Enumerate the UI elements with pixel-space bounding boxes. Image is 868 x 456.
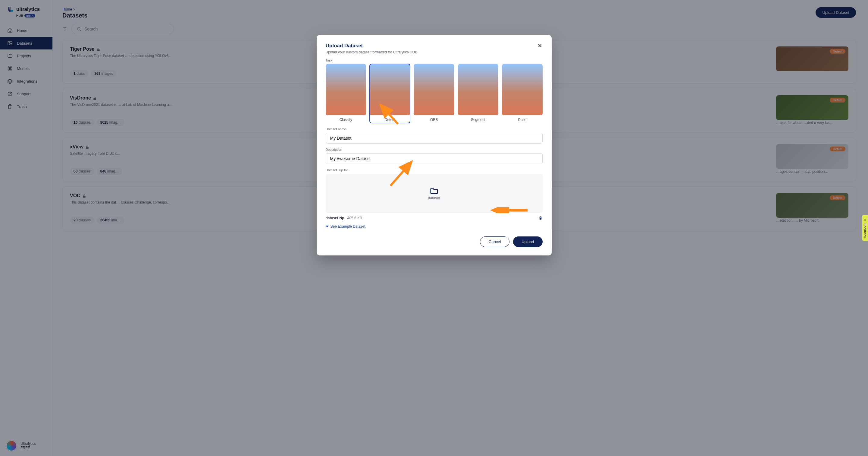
folder-icon — [430, 187, 439, 194]
zone-label: dataset — [428, 196, 440, 200]
upload-button[interactable]: Upload — [513, 236, 542, 247]
task-option-classify[interactable]: Classify — [326, 64, 366, 123]
modal-title: Upload Dataset — [326, 43, 417, 49]
task-option-segment[interactable]: Segment — [458, 64, 498, 123]
task-thumb — [370, 64, 410, 115]
desc-label: Description — [326, 148, 542, 151]
upload-modal: Upload Dataset Upload your custom datase… — [317, 35, 552, 255]
dropzone[interactable]: dataset — [326, 174, 542, 213]
task-option-obb[interactable]: OBB — [414, 64, 454, 123]
name-label: Dataset name — [326, 127, 542, 131]
dataset-desc-input[interactable] — [326, 153, 542, 164]
zip-label: Dataset .zip file — [326, 168, 542, 172]
delete-file-icon[interactable] — [538, 216, 542, 220]
close-icon[interactable] — [537, 43, 542, 48]
see-example-link[interactable]: See Example Dataset — [326, 224, 542, 229]
task-option-detect[interactable]: Detect — [370, 64, 410, 123]
task-label: OBB — [414, 115, 454, 123]
task-label: Classify — [326, 115, 366, 123]
modal-subtitle: Upload your custom dataset formatted for… — [326, 50, 417, 54]
task-option-pose[interactable]: Pose — [502, 64, 542, 123]
file-name: dataset.zip — [326, 216, 344, 220]
task-label: Task — [326, 58, 542, 62]
smile-icon: ☺ — [863, 218, 867, 222]
modal-overlay: Upload Dataset Upload your custom datase… — [0, 0, 868, 456]
file-size: 405.6 KB — [347, 216, 362, 220]
dataset-name-input[interactable] — [326, 133, 542, 144]
task-thumb — [326, 64, 366, 115]
task-label: Pose — [502, 115, 542, 123]
task-thumb — [414, 64, 454, 115]
task-thumb — [502, 64, 542, 115]
feedback-tab[interactable]: ☺Feedback — [862, 215, 868, 241]
task-thumb — [458, 64, 498, 115]
caret-down-icon — [326, 226, 329, 227]
task-label: Segment — [458, 115, 498, 123]
task-label: Detect — [370, 115, 410, 123]
cancel-button[interactable]: Cancel — [480, 236, 509, 247]
